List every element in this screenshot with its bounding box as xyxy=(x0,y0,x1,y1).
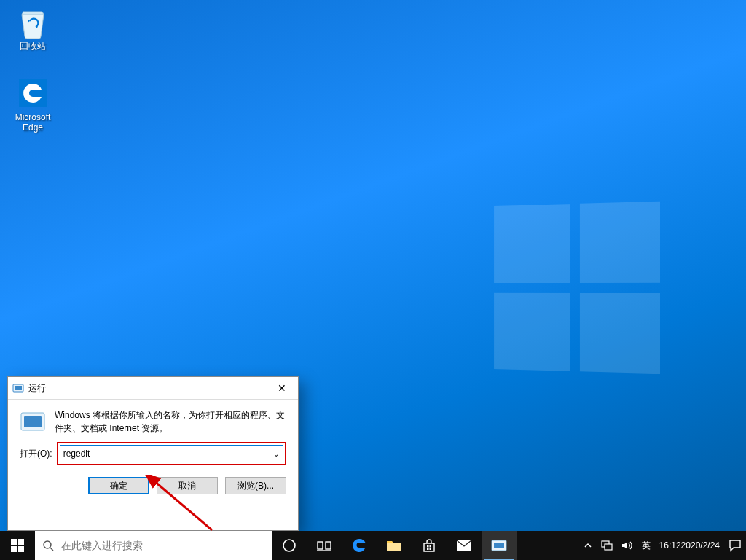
svg-rect-14 xyxy=(318,542,323,549)
svg-rect-19 xyxy=(430,545,432,548)
svg-rect-15 xyxy=(326,542,331,549)
tray-overflow-button[interactable] xyxy=(579,531,597,560)
run-dialog-titlebar[interactable]: 运行 ✕ xyxy=(8,377,298,400)
svg-rect-10 xyxy=(18,546,24,552)
run-icon xyxy=(20,409,46,435)
open-label: 打开(O): xyxy=(20,448,52,460)
svg-rect-26 xyxy=(605,544,612,550)
close-button[interactable]: ✕ xyxy=(265,377,298,399)
tray-network[interactable] xyxy=(597,531,617,560)
tray-volume[interactable] xyxy=(617,531,637,560)
svg-point-13 xyxy=(283,540,295,551)
svg-rect-7 xyxy=(11,539,17,545)
desktop-icon-edge[interactable]: Microsoft Edge xyxy=(6,76,60,133)
open-field-highlight: ⌄ xyxy=(57,442,286,465)
svg-rect-17 xyxy=(387,543,401,551)
svg-rect-4 xyxy=(24,416,42,427)
clock-date: 2020/2/24 xyxy=(681,540,720,551)
task-view-icon xyxy=(317,540,331,551)
run-dialog-description: Windows 将根据你所输入的名称，为你打开相应的程序、文件夹、文档或 Int… xyxy=(55,409,286,435)
chevron-up-icon xyxy=(584,541,592,550)
start-button[interactable] xyxy=(0,531,35,560)
edge-icon xyxy=(350,537,368,554)
open-input[interactable] xyxy=(60,446,270,461)
edge-icon xyxy=(15,76,50,111)
svg-point-11 xyxy=(44,541,51,548)
store-icon xyxy=(422,538,436,553)
run-dialog-icon xyxy=(12,382,24,394)
svg-line-12 xyxy=(50,548,53,551)
desktop[interactable]: 回收站 Microsoft Edge 运行 ✕ xyxy=(0,0,746,531)
svg-rect-24 xyxy=(494,543,504,548)
run-icon xyxy=(490,538,508,553)
svg-rect-0 xyxy=(19,79,47,107)
taskbar: 英 16:12 2020/2/24 xyxy=(0,531,746,560)
search-icon xyxy=(42,540,54,551)
tray-clock[interactable]: 16:12 2020/2/24 xyxy=(655,531,724,560)
cancel-button[interactable]: 取消 xyxy=(157,477,218,494)
mail-icon xyxy=(456,540,472,551)
file-explorer-icon xyxy=(386,539,402,552)
svg-rect-2 xyxy=(15,386,22,390)
run-dialog: 运行 ✕ Windows 将根据你所输入的名称，为你打开相应的程序、文件夹、文档… xyxy=(7,376,299,531)
desktop-icon-recycle-bin[interactable]: 回收站 xyxy=(6,4,60,51)
volume-icon xyxy=(621,540,633,551)
ime-label: 英 xyxy=(642,540,651,552)
network-icon xyxy=(601,540,613,551)
run-dialog-title: 运行 xyxy=(28,382,46,395)
ok-button[interactable]: 确定 xyxy=(88,477,149,494)
taskbar-pinned-mail[interactable] xyxy=(447,531,482,560)
windows-logo-icon xyxy=(11,539,24,552)
svg-rect-8 xyxy=(18,539,24,545)
desktop-icon-label: 回收站 xyxy=(6,41,60,51)
clock-time: 16:12 xyxy=(659,540,681,551)
action-center-button[interactable] xyxy=(724,531,746,560)
close-icon: ✕ xyxy=(278,382,286,394)
notification-icon xyxy=(729,539,742,552)
task-view-button[interactable] xyxy=(307,531,342,560)
browse-button[interactable]: 浏览(B)... xyxy=(225,477,286,494)
taskbar-search[interactable] xyxy=(35,531,272,560)
desktop-icon-label: Microsoft Edge xyxy=(6,112,60,133)
cortana-button[interactable] xyxy=(272,531,307,560)
taskbar-running-run[interactable] xyxy=(482,531,517,560)
svg-rect-20 xyxy=(427,548,429,551)
svg-rect-9 xyxy=(11,546,17,552)
chevron-down-icon[interactable]: ⌄ xyxy=(270,450,283,458)
wallpaper-windows-logo xyxy=(494,202,660,374)
taskbar-pinned-explorer[interactable] xyxy=(377,531,412,560)
svg-rect-21 xyxy=(430,548,432,551)
taskbar-pinned-edge[interactable] xyxy=(342,531,377,560)
system-tray: 英 16:12 2020/2/24 xyxy=(579,531,746,560)
taskbar-search-input[interactable] xyxy=(60,539,264,552)
recycle-bin-icon xyxy=(15,4,50,39)
taskbar-pinned-store[interactable] xyxy=(412,531,447,560)
cortana-icon xyxy=(282,538,297,553)
tray-ime[interactable]: 英 xyxy=(637,531,655,560)
open-combobox[interactable]: ⌄ xyxy=(60,445,283,462)
svg-rect-18 xyxy=(427,545,429,548)
